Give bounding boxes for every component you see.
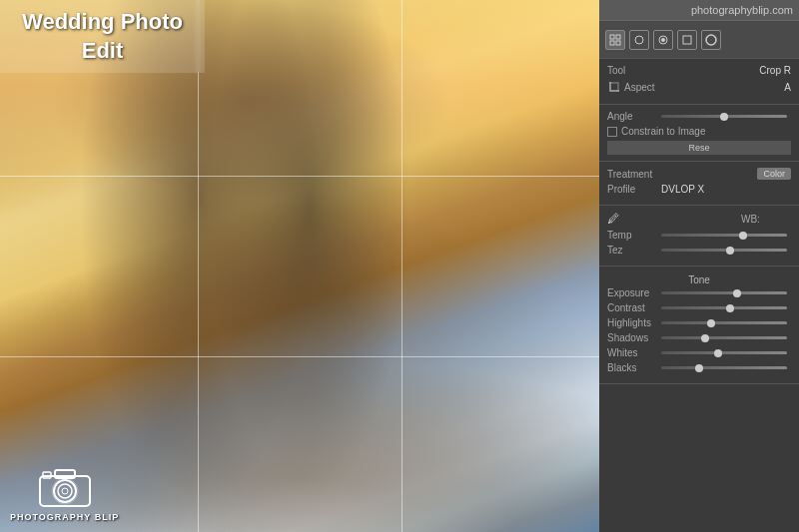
wb-section: 🖉 WB: Temp Tez — [599, 206, 799, 266]
shadows-label: Shadows — [607, 332, 657, 343]
grid-line-v2 — [401, 0, 402, 532]
svg-point-2 — [58, 484, 72, 498]
tool-value: Crop R — [759, 65, 791, 76]
temp-label: Temp — [607, 230, 657, 241]
angle-slider[interactable] — [661, 115, 787, 118]
treatment-row: Treatment Color — [607, 168, 791, 180]
temp-slider[interactable] — [661, 234, 787, 237]
exposure-slider-thumb[interactable] — [733, 289, 741, 297]
tez-row: Tez — [607, 245, 791, 256]
square-tool-icon[interactable] — [677, 30, 697, 50]
whites-label: Whites — [607, 347, 657, 358]
aspect-row: Aspect A — [607, 80, 791, 94]
angle-section: Angle Constrain to Image Rese — [599, 105, 799, 162]
tone-title: Tone — [607, 274, 791, 285]
treatment-label: Treatment — [607, 169, 657, 180]
aspect-label: Aspect — [624, 82, 674, 93]
eyedropper-icon[interactable]: 🖉 — [607, 212, 619, 226]
circle2-tool-icon[interactable] — [701, 30, 721, 50]
svg-point-15 — [706, 35, 716, 45]
tool-section: Tool Crop R Aspect A — [599, 59, 799, 105]
angle-slider-thumb[interactable] — [720, 113, 728, 121]
wb-label: WB: — [741, 214, 791, 225]
svg-point-11 — [635, 36, 643, 44]
color-button[interactable]: Color — [757, 168, 791, 180]
temp-row: Temp — [607, 230, 791, 241]
blacks-slider[interactable] — [661, 366, 787, 369]
svg-rect-10 — [616, 41, 620, 45]
tez-slider[interactable] — [661, 249, 787, 252]
svg-point-6 — [52, 478, 78, 504]
exposure-label: Exposure — [607, 287, 657, 298]
wb-row: 🖉 WB: — [607, 212, 791, 226]
angle-label: Angle — [607, 111, 657, 122]
grid-line-h2 — [0, 356, 599, 357]
tool-row: Tool Crop R — [607, 65, 791, 76]
svg-point-3 — [62, 488, 68, 494]
whites-slider[interactable] — [661, 351, 787, 354]
lightroom-panel: photographyblip.com — [599, 0, 799, 532]
whites-row: Whites — [607, 347, 791, 358]
shadows-slider[interactable] — [661, 336, 787, 339]
blacks-slider-thumb[interactable] — [695, 364, 703, 372]
tez-slider-thumb[interactable] — [726, 247, 734, 255]
profile-label: Profile — [607, 184, 657, 195]
photo-background — [0, 0, 599, 532]
crop-icon — [607, 80, 621, 94]
svg-rect-9 — [610, 41, 614, 45]
page-title: Wedding Photo Edit — [16, 8, 189, 65]
contrast-slider[interactable] — [661, 306, 787, 309]
logo-text: PHOTOGRAPHY BLIP — [10, 512, 119, 522]
tool-icons-row — [599, 21, 799, 59]
circle-tool-icon[interactable] — [629, 30, 649, 50]
grid-tool-icon[interactable] — [605, 30, 625, 50]
highlights-label: Highlights — [607, 317, 657, 328]
crop-grid — [0, 0, 599, 532]
contrast-label: Contrast — [607, 302, 657, 313]
photo-area: Wedding Photo Edit PHOTOGRAPHY BLIP — [0, 0, 599, 532]
aspect-value: A — [784, 82, 791, 93]
svg-rect-14 — [683, 36, 691, 44]
title-overlay: Wedding Photo Edit — [0, 0, 205, 73]
svg-rect-8 — [616, 35, 620, 39]
profile-row: Profile DVLOP X — [607, 184, 791, 195]
contrast-row: Contrast — [607, 302, 791, 313]
constrain-row: Constrain to Image — [607, 126, 791, 137]
svg-point-12 — [661, 38, 665, 42]
shadows-row: Shadows — [607, 332, 791, 343]
highlights-slider-thumb[interactable] — [707, 319, 715, 327]
contrast-slider-thumb[interactable] — [726, 304, 734, 312]
shadows-slider-thumb[interactable] — [701, 334, 709, 342]
logo-area: PHOTOGRAPHY BLIP — [10, 460, 119, 522]
tez-label: Tez — [607, 245, 657, 256]
tone-section: Tone Exposure Contrast Highlights Shadow… — [599, 266, 799, 384]
treatment-section: Treatment Color Profile DVLOP X — [599, 162, 799, 206]
highlights-row: Highlights — [607, 317, 791, 328]
grid-line-v1 — [198, 0, 199, 532]
constrain-checkbox[interactable] — [607, 127, 617, 137]
website-header: photographyblip.com — [599, 0, 799, 21]
blacks-label: Blacks — [607, 362, 657, 373]
tool-label: Tool — [607, 65, 657, 76]
dot-tool-icon[interactable] — [653, 30, 673, 50]
profile-value: DVLOP X — [661, 184, 704, 195]
exposure-row: Exposure — [607, 287, 791, 298]
grid-line-h1 — [0, 176, 599, 177]
svg-rect-7 — [610, 35, 614, 39]
angle-row: Angle — [607, 111, 791, 122]
constrain-label: Constrain to Image — [621, 126, 706, 137]
temp-slider-thumb[interactable] — [739, 232, 747, 240]
website-url: photographyblip.com — [691, 4, 793, 16]
blacks-row: Blacks — [607, 362, 791, 373]
whites-slider-thumb[interactable] — [714, 349, 722, 357]
highlights-slider[interactable] — [661, 321, 787, 324]
exposure-slider[interactable] — [661, 291, 787, 294]
reset-button[interactable]: Rese — [607, 141, 791, 155]
camera-logo-icon — [35, 460, 95, 510]
